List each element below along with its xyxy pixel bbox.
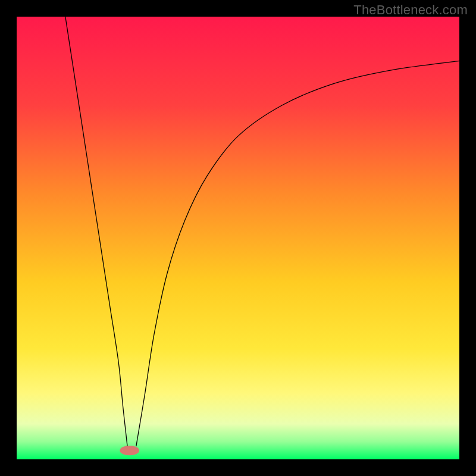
chart-svg [17,17,459,459]
gradient-background [17,17,459,459]
watermark-text: TheBottleneck.com [353,2,468,18]
chart-frame: TheBottleneck.com [0,0,476,476]
minimum-marker [120,446,139,455]
plot-area [17,17,459,459]
